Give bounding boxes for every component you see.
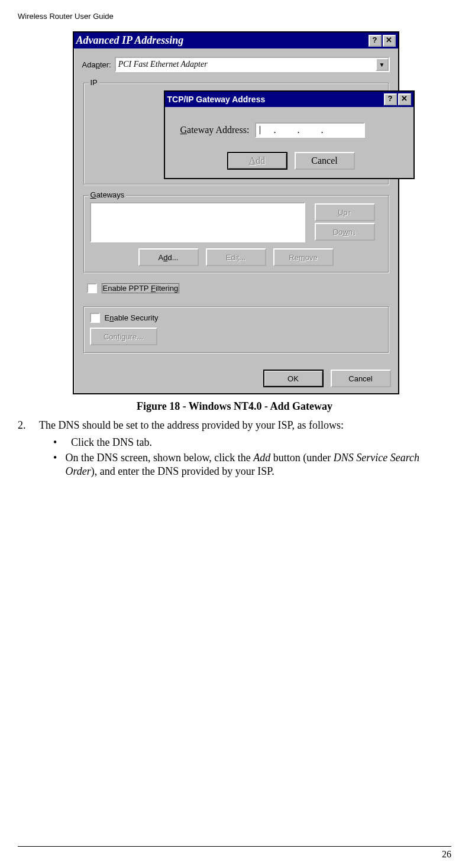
gateway-address-label: Gateway Address: <box>180 125 250 135</box>
gateway-dialog-title: TCP/IP Gateway Address <box>167 95 383 104</box>
step-text: The DNS should be set to the address pro… <box>39 419 344 432</box>
advanced-ip-title: Advanced IP Addressing <box>76 34 367 47</box>
security-checkbox[interactable] <box>90 313 100 323</box>
step-number: 2. <box>18 419 39 432</box>
up-button[interactable]: Up↑ <box>315 203 375 221</box>
down-button[interactable]: Down↓ <box>315 223 375 241</box>
close-icon[interactable]: ✕ <box>398 93 411 105</box>
ip-group-title: IP <box>89 78 99 87</box>
gateways-group: Gateways Up↑ Down↓ <box>83 195 389 273</box>
gateways-listbox[interactable] <box>90 202 305 242</box>
doc-header: Wireless Router User Guide <box>18 12 451 21</box>
configure-button[interactable]: Configure... <box>90 328 157 345</box>
help-icon[interactable]: ? <box>384 93 397 105</box>
pptp-label: Enable PPTP Filtering <box>102 283 180 293</box>
security-group: Enable Security Configure... <box>83 306 389 353</box>
advanced-ip-titlebar: Advanced IP Addressing ? ✕ <box>74 33 398 48</box>
adapter-combobox[interactable]: PCI Fast Ethernet Adapter ▼ <box>115 57 390 72</box>
ok-button[interactable]: OK <box>263 370 324 387</box>
footer-divider <box>18 846 451 847</box>
help-icon[interactable]: ? <box>369 35 382 47</box>
edit-gateway-button[interactable]: Edit... <box>206 248 266 266</box>
security-label: Enable Security <box>105 313 159 322</box>
gateway-address-input[interactable]: ... <box>255 122 365 138</box>
remove-gateway-button[interactable]: Remove <box>273 248 334 266</box>
figure-caption: Figure 18 - Windows NT4.0 - Add Gateway <box>18 400 451 413</box>
bullet-icon: • <box>53 436 71 449</box>
gateway-address-dialog: TCP/IP Gateway Address ? ✕ Gateway Addre… <box>164 90 415 179</box>
cancel-button[interactable]: Cancel <box>331 370 391 387</box>
gateway-dialog-titlebar: TCP/IP Gateway Address ? ✕ <box>165 92 413 107</box>
add-gateway-button[interactable]: Add... <box>138 248 199 266</box>
modal-cancel-button[interactable]: Cancel <box>295 152 355 170</box>
chevron-down-icon[interactable]: ▼ <box>376 58 389 71</box>
adapter-value: PCI Fast Ethernet Adapter <box>118 60 208 69</box>
bullet-text-1: Click the DNS tab. <box>71 436 152 449</box>
bullet-text-2: On the DNS screen, shown below, click th… <box>65 451 451 478</box>
page-number: 26 <box>442 849 451 860</box>
advanced-ip-window: Advanced IP Addressing ? ✕ Adapter: PCI … <box>73 31 399 394</box>
close-icon[interactable]: ✕ <box>383 35 396 47</box>
gateways-group-title: Gateways <box>89 190 127 199</box>
adapter-label: Adapter: <box>82 60 111 69</box>
pptp-checkbox[interactable] <box>87 283 97 293</box>
modal-add-button[interactable]: Add <box>227 152 287 170</box>
bullet-icon: • <box>53 451 65 478</box>
